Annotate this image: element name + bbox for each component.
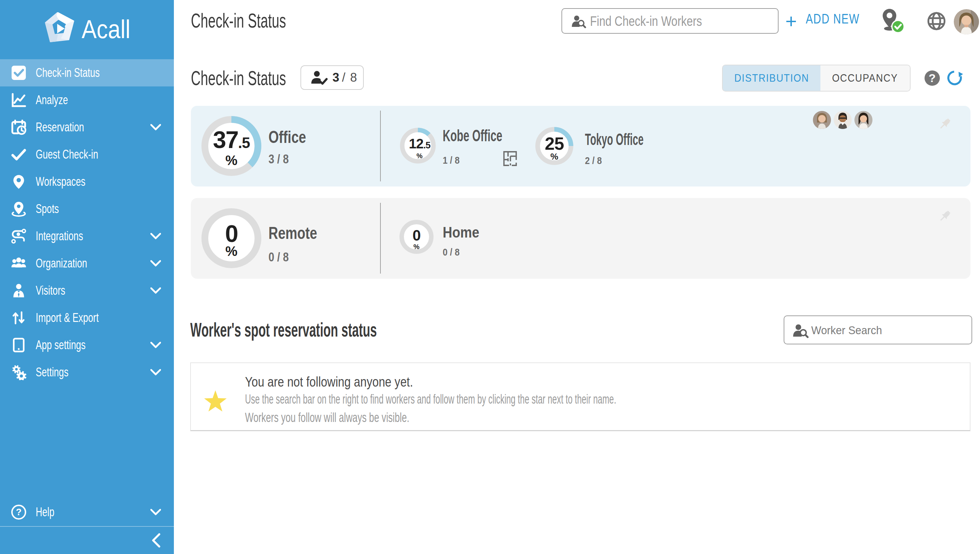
svg-text:?: ? <box>16 507 22 517</box>
svg-text:Acall: Acall <box>82 15 130 43</box>
